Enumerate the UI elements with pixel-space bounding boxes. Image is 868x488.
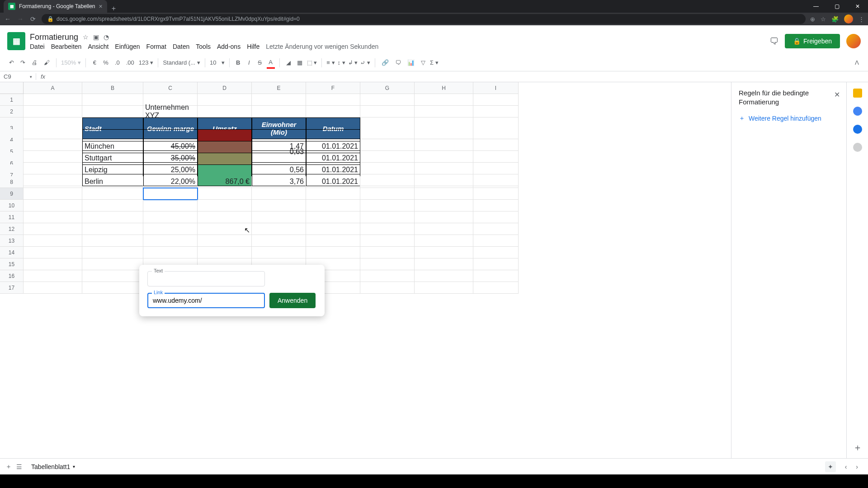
text-color-button[interactable]: A xyxy=(267,57,275,69)
cell[interactable] xyxy=(415,200,473,211)
account-avatar[interactable] xyxy=(846,34,861,48)
row-header-16[interactable]: 16 xyxy=(0,270,24,282)
cell[interactable] xyxy=(360,188,415,200)
address-bar[interactable]: 🔒 docs.google.com/spreadsheets/d/1L0CRXr… xyxy=(42,14,806,24)
cloud-icon[interactable]: ◔ xyxy=(104,33,109,41)
cell[interactable] xyxy=(143,223,198,235)
col-header-i[interactable]: I xyxy=(473,82,519,94)
cell[interactable] xyxy=(360,270,415,282)
cell[interactable] xyxy=(306,188,360,200)
link-text-input[interactable] xyxy=(147,271,265,286)
cell[interactable] xyxy=(82,94,143,106)
last-edit-text[interactable]: Letzte Änderung vor wenigen Sekunden xyxy=(266,43,378,50)
reload-button[interactable]: ⟳ xyxy=(29,15,37,23)
sheets-logo-icon[interactable]: ▦ xyxy=(7,32,25,50)
cell[interactable] xyxy=(360,106,415,117)
rotate-button[interactable]: ⤾ ▾ xyxy=(360,59,370,66)
cell[interactable] xyxy=(82,247,143,258)
cell[interactable] xyxy=(198,200,252,211)
cell[interactable] xyxy=(252,176,306,188)
cell[interactable] xyxy=(82,282,143,294)
cell[interactable] xyxy=(360,176,415,188)
zoom-icon[interactable]: ⊕ xyxy=(810,16,815,23)
cell[interactable] xyxy=(473,176,519,188)
cell[interactable] xyxy=(306,106,360,117)
sidebar-nav-right[interactable]: › xyxy=(856,463,863,470)
cell[interactable] xyxy=(252,235,306,247)
cell[interactable] xyxy=(473,247,519,258)
cell[interactable] xyxy=(415,188,473,200)
menu-tools[interactable]: Tools xyxy=(196,43,211,50)
cell[interactable] xyxy=(24,94,82,106)
cell[interactable] xyxy=(473,282,519,294)
keep-icon[interactable] xyxy=(853,107,862,116)
cell[interactable] xyxy=(306,235,360,247)
cell[interactable] xyxy=(473,235,519,247)
menu-help[interactable]: Hilfe xyxy=(247,43,259,50)
cell[interactable] xyxy=(473,94,519,106)
cell[interactable] xyxy=(82,223,143,235)
cell[interactable] xyxy=(198,223,252,235)
percent-button[interactable]: % xyxy=(101,57,110,68)
close-tab-icon[interactable]: × xyxy=(99,3,103,10)
chart-button[interactable]: 📊 xyxy=(406,57,416,68)
select-all-corner[interactable] xyxy=(0,82,24,94)
cell[interactable] xyxy=(415,223,473,235)
cell[interactable] xyxy=(252,223,306,235)
decrease-decimal-button[interactable]: .0 xyxy=(113,57,122,68)
comments-icon[interactable]: 🗨 xyxy=(769,36,778,47)
link-button[interactable]: 🔗 xyxy=(380,57,391,68)
cell[interactable] xyxy=(360,235,415,247)
cell[interactable] xyxy=(198,176,252,188)
cell[interactable] xyxy=(143,247,198,258)
cell[interactable] xyxy=(24,258,82,270)
browser-tab[interactable]: ▦ Formatierung - Google Tabellen × xyxy=(4,0,107,13)
cell[interactable] xyxy=(143,235,198,247)
cell[interactable] xyxy=(24,247,82,258)
cell[interactable] xyxy=(360,247,415,258)
col-header-a[interactable]: A xyxy=(24,82,82,94)
cell[interactable] xyxy=(24,282,82,294)
tasks-icon[interactable] xyxy=(853,125,862,134)
cell[interactable] xyxy=(24,176,82,188)
cell[interactable] xyxy=(360,282,415,294)
col-header-d[interactable]: D xyxy=(198,82,252,94)
row-header-9[interactable]: 9 xyxy=(0,188,24,200)
share-button[interactable]: 🔒 Freigeben xyxy=(785,34,840,48)
star-icon[interactable]: ☆ xyxy=(83,33,89,41)
cell[interactable] xyxy=(24,188,82,200)
font-select[interactable]: Standard (... ▾ xyxy=(163,59,200,66)
cell[interactable] xyxy=(415,176,473,188)
menu-data[interactable]: Daten xyxy=(173,43,189,50)
cell[interactable] xyxy=(24,235,82,247)
cell[interactable] xyxy=(306,247,360,258)
cell[interactable] xyxy=(252,247,306,258)
row-header-2[interactable]: 2 xyxy=(0,106,24,117)
zoom-select[interactable]: 150% ▾ xyxy=(61,59,81,66)
menu-file[interactable]: Datei xyxy=(30,43,45,50)
currency-button[interactable]: € xyxy=(90,57,99,68)
borders-button[interactable]: ▦ xyxy=(295,57,304,68)
row-header-17[interactable]: 17 xyxy=(0,282,24,294)
col-header-h[interactable]: H xyxy=(415,82,473,94)
cell[interactable] xyxy=(415,258,473,270)
italic-button[interactable]: I xyxy=(245,57,253,68)
profile-avatar-icon[interactable] xyxy=(844,14,853,23)
cell[interactable] xyxy=(473,211,519,223)
add-sheet-button[interactable]: ＋ xyxy=(5,463,12,471)
cell[interactable] xyxy=(82,211,143,223)
wrap-button[interactable]: ↲ ▾ xyxy=(348,59,358,66)
cell[interactable] xyxy=(360,200,415,211)
sheet-tab-dropdown-icon[interactable]: ▾ xyxy=(73,464,75,469)
cell[interactable] xyxy=(306,200,360,211)
cell[interactable] xyxy=(198,235,252,247)
cell[interactable] xyxy=(252,188,306,200)
move-icon[interactable]: ▣ xyxy=(93,33,99,41)
extensions-icon[interactable]: 🧩 xyxy=(831,16,839,23)
back-button[interactable]: ← xyxy=(4,15,12,23)
cell[interactable] xyxy=(82,258,143,270)
cell[interactable] xyxy=(415,270,473,282)
cell[interactable] xyxy=(252,106,306,117)
col-header-c[interactable]: C xyxy=(143,82,198,94)
document-title[interactable]: Formatierung xyxy=(30,33,78,42)
